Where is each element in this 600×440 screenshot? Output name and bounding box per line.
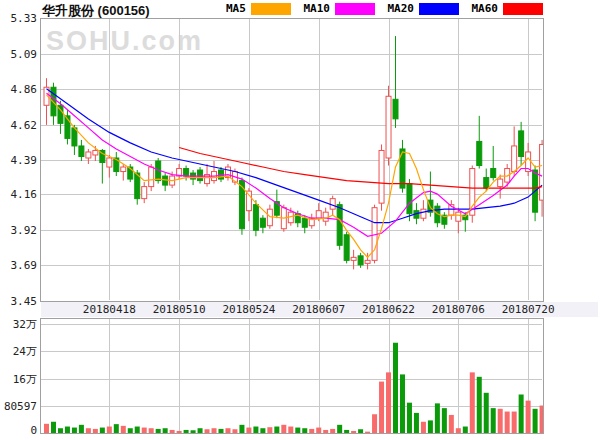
volume-bar xyxy=(219,429,224,433)
volume-bar xyxy=(491,408,496,433)
candle-body xyxy=(260,218,265,227)
price-axis-label: 4.16 xyxy=(11,188,38,201)
candle-body xyxy=(512,146,517,172)
volume-bar xyxy=(323,430,328,433)
volume-bar xyxy=(253,427,258,433)
volume-bar xyxy=(295,428,300,433)
volume-bar xyxy=(156,429,161,433)
volume-bar xyxy=(519,395,524,433)
volume-bar xyxy=(135,427,140,433)
volume-bar xyxy=(533,409,538,433)
date-axis-label: 20180607 xyxy=(292,303,345,316)
volume-bar xyxy=(463,427,468,433)
candle-body xyxy=(456,212,461,221)
candle-body xyxy=(121,167,126,172)
volume-bar xyxy=(191,430,196,433)
candle-body xyxy=(337,205,342,246)
volume-bar xyxy=(121,426,126,433)
volume-bar xyxy=(107,427,112,433)
volume-bar xyxy=(442,408,447,433)
candle-body xyxy=(365,260,370,263)
candle-body xyxy=(393,99,398,119)
volume-bar xyxy=(177,431,182,433)
volume-bar xyxy=(302,428,307,433)
price-axis-label: 5.09 xyxy=(11,48,38,61)
candles xyxy=(44,36,545,269)
date-axis-label: 20180720 xyxy=(502,303,555,316)
volume-bar xyxy=(456,428,461,433)
volume-panel-border xyxy=(41,319,544,434)
volume-bar xyxy=(512,412,517,433)
volume-bar xyxy=(225,428,230,433)
volume-axis-label: 24万 xyxy=(13,345,37,358)
candle-body xyxy=(421,209,426,218)
volume-bar xyxy=(309,429,314,433)
volume-axis-label: 16万 xyxy=(13,373,37,386)
candle-body xyxy=(253,205,258,231)
volume-bar xyxy=(414,413,419,433)
candle-body xyxy=(358,256,363,265)
volume-bar xyxy=(526,401,531,433)
candle-body xyxy=(379,150,384,203)
candle-body xyxy=(407,184,412,214)
volume-bar xyxy=(274,427,279,433)
candle-body xyxy=(86,152,91,158)
volume-bar xyxy=(400,374,405,433)
volume-bar xyxy=(184,430,189,433)
price-axis-label: 3.69 xyxy=(11,259,38,272)
volume-bar xyxy=(386,372,391,433)
volume-bar xyxy=(393,343,398,433)
price-axis-label: 5.33 xyxy=(11,12,38,25)
candle-body xyxy=(302,218,307,227)
candle-body xyxy=(107,158,112,167)
volume-bar xyxy=(79,425,84,433)
volume-bar xyxy=(288,427,293,433)
date-axis-label: 20180524 xyxy=(222,303,275,316)
price-axis-label: 4.86 xyxy=(11,83,38,96)
volume-bar xyxy=(484,393,489,433)
ma-lines xyxy=(47,89,543,258)
date-axis-label: 20180418 xyxy=(83,303,136,316)
candle-body xyxy=(79,146,84,157)
volume-bar xyxy=(351,431,356,433)
candle-body xyxy=(135,173,140,199)
volume-axis-label: 32万 xyxy=(13,318,37,331)
volume-bars xyxy=(44,343,545,433)
volume-bar xyxy=(232,429,237,433)
volume-bar xyxy=(100,428,105,433)
volume-bar xyxy=(365,432,370,433)
volume-axis-label: 80597 xyxy=(4,400,37,413)
volume-bar xyxy=(358,429,363,433)
volume-bar xyxy=(44,424,49,433)
volume-bar xyxy=(435,403,440,433)
price-axis-label: 4.62 xyxy=(11,119,38,132)
volume-bar xyxy=(337,425,342,433)
volume-bar xyxy=(246,428,251,433)
volume-bar xyxy=(86,428,91,433)
candle-body xyxy=(93,150,98,155)
volume-bar xyxy=(163,428,168,433)
volume-bar xyxy=(170,430,175,433)
volume-bar xyxy=(449,415,454,433)
candle-body xyxy=(184,169,189,177)
volume-bar xyxy=(421,422,426,433)
volume-bar xyxy=(128,428,133,433)
volume-bar xyxy=(212,428,217,433)
candle-body xyxy=(198,170,203,181)
volume-bar xyxy=(58,428,63,433)
candle-body xyxy=(386,96,391,158)
volume-bar xyxy=(93,429,98,433)
candle-body xyxy=(491,169,496,178)
volume-bar xyxy=(470,372,475,433)
candle-body xyxy=(351,257,356,260)
volume-bar xyxy=(477,377,482,433)
candle-body xyxy=(477,141,482,165)
ma-line-ma5 xyxy=(47,95,543,257)
price-axis-label: 4.39 xyxy=(11,154,38,167)
candle-body xyxy=(344,235,349,261)
volume-bar xyxy=(498,409,503,433)
volume-bar xyxy=(344,430,349,433)
date-axis-label: 20180622 xyxy=(362,303,415,316)
volume-bar xyxy=(205,429,210,433)
kline-chart[interactable]: 5.335.094.864.624.394.163.923.693.4532万2… xyxy=(0,0,600,440)
